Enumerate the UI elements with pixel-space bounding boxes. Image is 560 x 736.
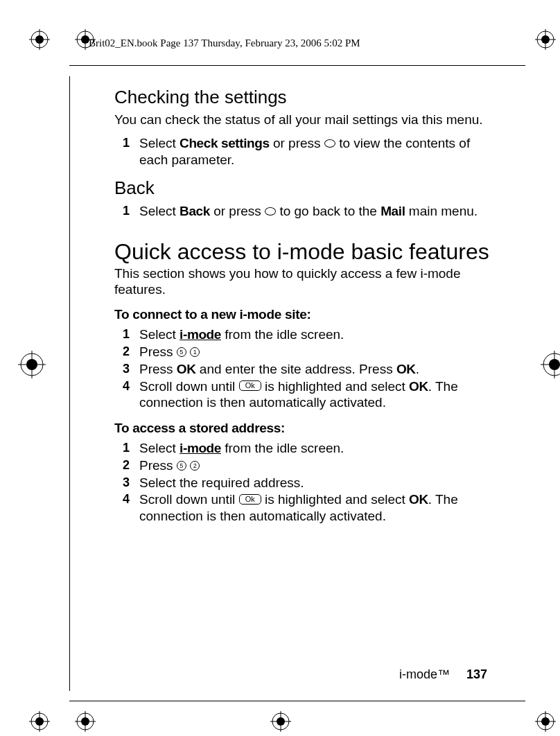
step: 2 Press 5 1 [114, 344, 491, 360]
text: and enter the site address. Press [196, 362, 396, 376]
step: 4 Scroll down until Ok is highlighted an… [114, 378, 491, 412]
page-number: 137 [466, 667, 487, 681]
registration-mark-icon [535, 711, 556, 732]
nav-key-icon [324, 139, 335, 148]
text: or press [270, 136, 324, 150]
text: Select [139, 136, 180, 150]
page-content: Checking the settings You can check the … [114, 87, 491, 529]
link-label: i-mode [180, 441, 221, 455]
step-number: 1 [123, 440, 130, 456]
step-number: 4 [123, 378, 130, 394]
text: Scroll down until [139, 379, 239, 394]
text: Select the required address. [139, 475, 304, 490]
text: Press [139, 458, 177, 473]
step: 1 Select Check settings or press to view… [114, 135, 491, 168]
keypad-key-icon: 1 [190, 347, 200, 357]
keypad-key-icon: 2 [190, 461, 200, 471]
page-footer: i-mode™137 [399, 667, 487, 682]
text: Select [139, 327, 180, 342]
text: . [416, 362, 419, 376]
step: 3 Press OK and enter the site address. P… [114, 361, 491, 378]
text: from the idle screen. [221, 327, 344, 342]
subheading-stored-address: To access a stored address: [114, 421, 491, 436]
step-number: 3 [123, 475, 130, 491]
ok-chip-icon: Ok [239, 494, 261, 505]
registration-mark-icon [18, 351, 46, 378]
step-number: 1 [123, 203, 130, 219]
crop-line [69, 701, 525, 701]
step: 1 Select i-mode from the idle screen. [114, 440, 491, 457]
registration-mark-icon [535, 29, 556, 50]
text: to go back to the [276, 204, 380, 218]
text: Scroll down until [139, 492, 239, 507]
text: from the idle screen. [221, 441, 344, 455]
heading-quick-access: Quick access to i-mode basic features [114, 239, 491, 265]
ui-label: OK [409, 379, 428, 394]
text: Select [139, 441, 180, 455]
ui-label: Back [180, 204, 210, 218]
step-number: 2 [123, 344, 130, 360]
text: Select [139, 204, 180, 218]
ui-label: Check settings [180, 136, 270, 150]
text: is highlighted and select [261, 492, 409, 507]
crop-line [69, 65, 525, 66]
intro-text: You can check the status of all your mai… [114, 112, 491, 128]
text: or press [210, 204, 265, 218]
keypad-key-icon: 5 [177, 461, 186, 471]
text: Press [139, 362, 177, 376]
subheading-connect-new: To connect to a new i-mode site: [114, 307, 491, 322]
text: is highlighted and select [261, 379, 409, 394]
step: 2 Press 5 2 [114, 457, 491, 474]
step: 1 Select i-mode from the idle screen. [114, 326, 491, 343]
heading-back: Back [114, 177, 491, 199]
link-label: i-mode [180, 327, 221, 342]
registration-mark-icon [541, 351, 560, 378]
step: 4 Scroll down until Ok is highlighted an… [114, 491, 491, 525]
step-number: 3 [123, 361, 130, 377]
ui-label: Mail [380, 204, 405, 218]
text: main menu. [405, 204, 478, 218]
ui-label: OK [177, 362, 196, 376]
ok-chip-icon: Ok [239, 380, 261, 391]
step-number: 2 [123, 457, 130, 473]
step: 3 Select the required address. [114, 475, 491, 491]
nav-key-icon [265, 207, 276, 216]
footer-section: i-mode™ [399, 667, 450, 681]
registration-mark-icon [29, 29, 50, 50]
keypad-key-icon: 5 [177, 347, 186, 357]
intro-text: This section shows you how to quickly ac… [114, 266, 491, 298]
step-number: 1 [123, 326, 130, 342]
registration-mark-icon [29, 711, 50, 732]
running-header: Brit02_EN.book Page 137 Thursday, Februa… [89, 37, 360, 49]
step-number: 1 [123, 135, 130, 151]
ui-label: OK [396, 362, 416, 376]
crop-line [69, 76, 70, 691]
ui-label: OK [409, 492, 428, 507]
registration-mark-icon [75, 711, 96, 732]
step-number: 4 [123, 491, 130, 507]
step: 1 Select Back or press to go back to the… [114, 203, 491, 220]
text: Press [139, 344, 177, 359]
heading-checking-settings: Checking the settings [114, 87, 491, 108]
registration-mark-icon [270, 711, 291, 732]
